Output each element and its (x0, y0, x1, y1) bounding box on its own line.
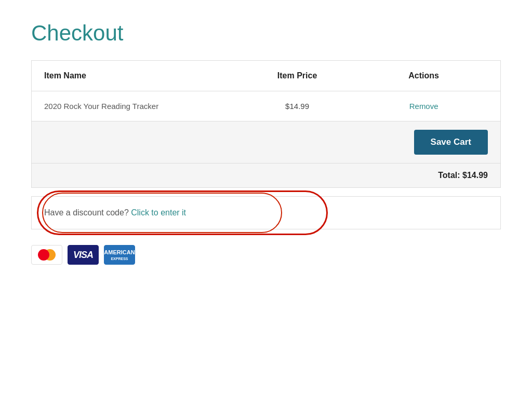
amex-top-text: AMERICAN (104, 249, 135, 256)
discount-link[interactable]: Click to enter it (131, 208, 186, 217)
table-row: 2020 Rock Your Reading Tracker $14.99 Re… (32, 91, 501, 121)
col-header-actions: Actions (347, 61, 500, 91)
mastercard-circles (38, 249, 56, 261)
save-cart-empty-cell (32, 121, 348, 163)
discount-static-text: Have a discount code? (44, 208, 129, 217)
total-amount: Total: $14.99 (32, 163, 501, 188)
total-row: Total: $14.99 (32, 163, 501, 188)
payment-icons: VISA AMERICAN EXPRESS (31, 245, 501, 265)
page-title: Checkout (31, 21, 501, 46)
save-cart-button[interactable]: Save Cart (414, 130, 488, 155)
discount-box: Have a discount code? Click to enter it (31, 196, 501, 229)
mc-red-circle (38, 249, 49, 261)
amex-bottom-text: EXPRESS (111, 256, 128, 261)
col-header-item-name: Item Name (32, 61, 247, 91)
col-header-item-price: Item Price (247, 61, 347, 91)
visa-icon: VISA (68, 245, 99, 265)
amex-icon: AMERICAN EXPRESS (104, 245, 135, 265)
mastercard-icon (31, 245, 62, 265)
remove-link[interactable]: Remove (409, 102, 438, 111)
save-cart-cell: Save Cart (347, 121, 500, 163)
cart-table: Item Name Item Price Actions 2020 Rock Y… (31, 60, 501, 188)
item-price: $14.99 (247, 91, 347, 121)
save-cart-row: Save Cart (32, 121, 501, 163)
item-name: 2020 Rock Your Reading Tracker (32, 91, 247, 121)
remove-cell: Remove (347, 91, 500, 121)
discount-link-text: Click to enter it (131, 208, 186, 217)
